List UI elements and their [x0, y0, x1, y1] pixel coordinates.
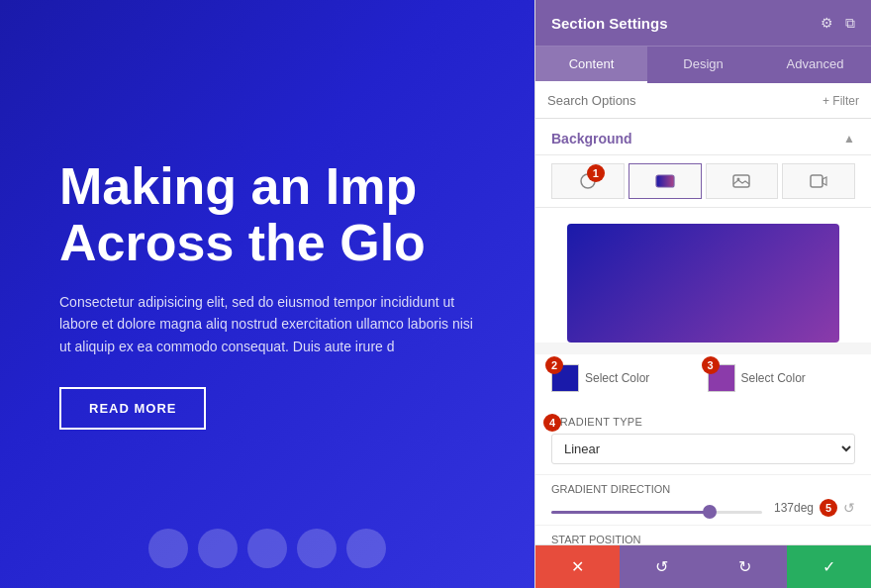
badge-3: 3 [702, 356, 720, 374]
confirm-icon: ✓ [823, 557, 835, 576]
circle-dot [297, 529, 337, 568]
panel-footer: ✕ ↺ ↻ ✓ [535, 544, 871, 588]
gradient-icon [655, 173, 675, 189]
gradient-type-select[interactable]: Linear Radial [551, 434, 855, 464]
gradient-type-field: 4 Gradient Type Linear Radial [535, 406, 871, 475]
badge-4: 4 [543, 414, 561, 432]
color-stop-1-label[interactable]: Select Color [585, 371, 649, 385]
color-stop-2-label[interactable]: Select Color [741, 371, 806, 385]
badge-wrapper-none [655, 173, 675, 189]
image-icon [732, 172, 750, 190]
gradient-direction-slider[interactable] [551, 503, 762, 514]
copy-icon[interactable]: ⧉ [845, 15, 855, 32]
video-icon [810, 172, 827, 190]
undo-button[interactable]: ↺ [620, 545, 704, 588]
bg-type-color-btn[interactable]: 1 [551, 163, 625, 199]
background-title: Background [551, 131, 632, 147]
settings-icon[interactable]: ⚙ [821, 15, 833, 32]
collapse-toggle[interactable]: ▲ [843, 132, 855, 146]
start-position-field: Start Position 48% 6 ↺ [535, 526, 871, 544]
filter-button[interactable]: + Filter [823, 94, 859, 108]
redo-icon: ↻ [738, 557, 751, 576]
badge-5: 5 [820, 499, 837, 517]
hero-section: Making an Imp Across the Glo Consectetur… [0, 0, 534, 588]
panel-title: Section Settings [551, 15, 668, 32]
search-input[interactable] [547, 93, 815, 108]
hero-title: Making an Imp Across the Glo [59, 158, 475, 271]
color-stop-1: 2 Select Color [551, 364, 700, 392]
panel-header-icons: ⚙ ⧉ [821, 15, 855, 32]
gradient-direction-value-wrap: 137deg 5 ↺ [770, 499, 855, 517]
gradient-direction-field: Gradient Direction 137deg 5 ↺ [535, 475, 871, 526]
confirm-button[interactable]: ✓ [787, 545, 871, 588]
panel-body: Background ▲ 1 [535, 119, 871, 544]
color-stops-row: 2 Select Color 3 Select Color [535, 354, 871, 406]
tab-content[interactable]: Content [535, 47, 647, 83]
bg-type-gradient-btn[interactable] [629, 163, 702, 199]
badge-2: 2 [545, 356, 563, 374]
hero-description: Consectetur adipisicing elit, sed do eiu… [59, 291, 475, 357]
badge-1: 1 [587, 164, 605, 182]
circle-dot [148, 529, 188, 568]
start-position-label: Start Position [551, 534, 855, 544]
tab-advanced[interactable]: Advanced [759, 47, 871, 83]
gradient-direction-label: Gradient Direction [551, 483, 855, 495]
panel-tabs: Content Design Advanced [535, 46, 871, 83]
gradient-type-label: Gradient Type [551, 416, 855, 428]
reset-direction-icon[interactable]: ↺ [843, 500, 855, 516]
circle-dot [247, 529, 287, 568]
gradient-direction-value: 137deg [770, 501, 814, 515]
color-stop-2: 3 Select Color [708, 364, 856, 392]
circle-decorations [148, 529, 386, 568]
circle-dot [198, 529, 238, 568]
background-section-header: Background ▲ [535, 119, 871, 155]
gradient-preview [567, 224, 839, 343]
settings-panel: Section Settings ⚙ ⧉ Content Design Adva… [534, 0, 871, 588]
bg-type-row: 1 [535, 155, 871, 208]
badge-wrapper-1: 1 [579, 172, 597, 190]
redo-button[interactable]: ↻ [704, 545, 788, 588]
svg-rect-4 [811, 175, 823, 187]
search-bar: + Filter [535, 83, 871, 119]
panel-header: Section Settings ⚙ ⧉ [535, 0, 871, 46]
read-more-button[interactable]: READ MORE [59, 387, 206, 430]
circle-dot [346, 529, 386, 568]
svg-rect-2 [733, 175, 749, 187]
bg-type-video-btn[interactable] [782, 163, 855, 199]
cancel-icon: ✕ [571, 557, 584, 576]
bg-type-image-btn[interactable] [706, 163, 779, 199]
tab-design[interactable]: Design [647, 47, 759, 83]
svg-rect-1 [656, 175, 674, 187]
undo-icon: ↺ [655, 557, 668, 576]
cancel-button[interactable]: ✕ [535, 545, 620, 588]
